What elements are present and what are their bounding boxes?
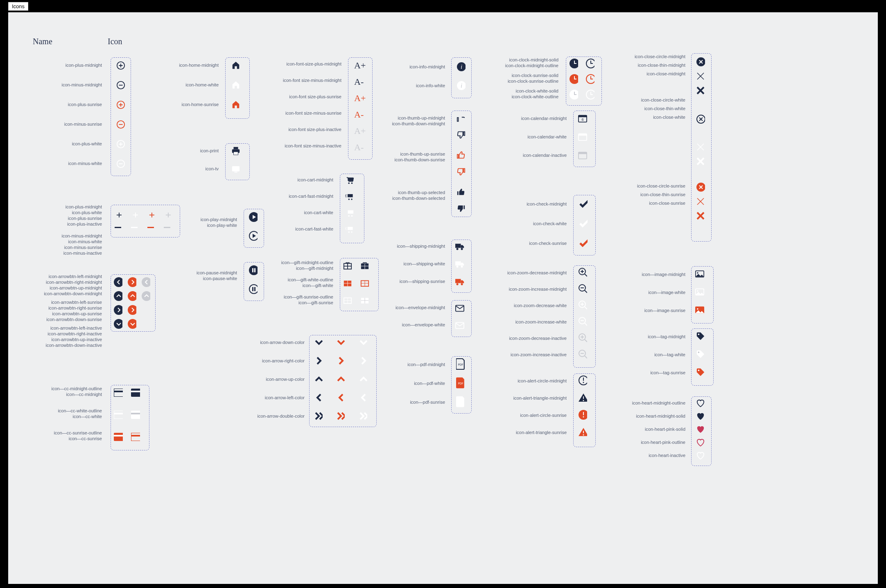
label: icon-cart-fast-midnight xyxy=(289,194,333,199)
close-icon xyxy=(696,86,705,95)
label: icon-calendar-inactive xyxy=(523,153,567,158)
check-icon xyxy=(579,199,588,208)
label: icon-zoom-increase-midnight xyxy=(509,287,567,292)
label: icon-clock-sunrise-outline xyxy=(508,79,558,84)
svg-point-109 xyxy=(697,308,698,310)
home-icon xyxy=(231,100,240,109)
cart-fast-icon xyxy=(345,192,354,201)
label: icon-check-sunrise xyxy=(529,241,567,246)
label: icon-arrowbtn-left-sunrise xyxy=(51,300,102,305)
label: icon-cart-midnight xyxy=(298,177,333,182)
svg-point-80 xyxy=(570,90,578,100)
svg-point-67 xyxy=(457,265,459,267)
svg-point-13 xyxy=(128,305,136,315)
label: icon-heart-midnight-solid xyxy=(636,414,685,418)
font-size-minus-icon: A- xyxy=(354,142,364,153)
label: icon—envelope-midnight xyxy=(396,305,445,310)
label: icon—cc-midnight-outline xyxy=(52,386,102,391)
thumb-up-icon xyxy=(457,114,466,123)
chevron-left-icon xyxy=(358,393,367,402)
svg-point-52 xyxy=(351,231,352,233)
svg-rect-19 xyxy=(131,391,140,392)
svg-rect-22 xyxy=(131,411,140,419)
envelope-icon xyxy=(455,321,464,330)
label: icon—cc-white xyxy=(72,414,102,419)
chevron-right-icon xyxy=(336,356,345,365)
chevron-down-icon xyxy=(358,338,367,347)
font-size-plus-icon: A+ xyxy=(354,93,366,104)
label: icon—image-sunrise xyxy=(644,308,685,313)
label: icon-play-white xyxy=(207,223,237,228)
gift-icon xyxy=(343,278,352,287)
zoom-out-icon xyxy=(578,285,587,294)
label: icon-arrowbtn-right-sunrise xyxy=(48,305,102,310)
zoom-out-icon xyxy=(578,350,587,359)
label: icon-font size-minus-inactive xyxy=(285,143,341,148)
svg-rect-26 xyxy=(131,433,140,441)
arrow-down-button-icon xyxy=(113,319,122,328)
svg-rect-17 xyxy=(114,391,123,392)
label: icon—shipping-sunrise xyxy=(400,279,445,284)
plus-icon: + xyxy=(115,211,124,220)
info-icon: i xyxy=(457,81,466,90)
tag-icon xyxy=(696,350,705,359)
label: icon-alert-triangle-midnight xyxy=(513,396,567,400)
label: icon—cc-sunrise-outline xyxy=(54,430,102,435)
svg-rect-32 xyxy=(234,172,237,172)
chevron-up-icon xyxy=(314,375,323,384)
svg-rect-31 xyxy=(232,166,240,172)
label: icon-zoom-decrease-inactive xyxy=(509,336,567,341)
label: icon—tag-white xyxy=(654,352,685,357)
svg-point-49 xyxy=(351,215,353,217)
label: icon-clock-sunrise-solid xyxy=(512,73,558,78)
svg-point-110 xyxy=(698,334,700,335)
label: icon—shipping-white xyxy=(404,261,445,266)
arrow-up-button-icon xyxy=(141,292,150,301)
label: icon-clock-white-outline xyxy=(512,94,558,99)
label: icon-arrowbtn-right-inactive xyxy=(47,331,102,336)
credit-card-icon xyxy=(114,388,123,397)
arrow-right-button-icon xyxy=(127,305,136,314)
minus-icon xyxy=(164,227,170,228)
label: icon-plus-white xyxy=(72,210,102,215)
info-icon: i xyxy=(457,62,466,71)
tv-icon xyxy=(231,165,240,174)
label: icon-cart-fast-white xyxy=(295,226,333,231)
svg-point-8 xyxy=(142,277,150,287)
label: icon-arrowbtn-up-inactive xyxy=(52,337,102,342)
svg-rect-39 xyxy=(252,287,253,291)
clock-icon xyxy=(569,75,578,84)
close-icon xyxy=(696,157,705,166)
svg-rect-50 xyxy=(348,227,353,230)
label: icon—gift-sunrise-outline xyxy=(284,294,333,299)
minus-circle-icon xyxy=(116,120,125,129)
thumb-down-icon xyxy=(457,204,466,213)
svg-point-65 xyxy=(461,248,463,250)
label: icon—cc-white-outline xyxy=(58,408,102,413)
label: icon-close-white xyxy=(653,115,685,120)
svg-point-76 xyxy=(570,59,578,68)
alert-triangle-icon xyxy=(578,427,587,436)
label: icon—image-midnight xyxy=(642,272,685,277)
truck-icon xyxy=(455,242,464,251)
minus-circle-icon xyxy=(116,159,125,168)
label: icon-close-thin-sunrise xyxy=(640,192,685,197)
calendar-icon xyxy=(578,151,587,160)
label: icon-home-midnight xyxy=(179,63,219,68)
label: icon-heart-inactive xyxy=(649,453,685,458)
pause-icon xyxy=(249,285,258,294)
image-icon xyxy=(695,287,704,296)
credit-card-icon xyxy=(114,432,123,441)
clock-icon xyxy=(569,90,578,99)
chevron-up-icon xyxy=(336,375,345,384)
label: icon-pause-white xyxy=(203,276,237,281)
plus-icon: + xyxy=(147,211,156,220)
svg-point-48 xyxy=(348,215,350,217)
calendar-icon: 6 xyxy=(578,114,587,123)
plus-circle-icon xyxy=(116,140,125,149)
close-circle-icon xyxy=(696,183,705,192)
heart-icon xyxy=(696,451,705,460)
chevron-left-icon xyxy=(314,393,323,402)
svg-rect-23 xyxy=(131,413,140,414)
clock-icon xyxy=(585,90,594,99)
